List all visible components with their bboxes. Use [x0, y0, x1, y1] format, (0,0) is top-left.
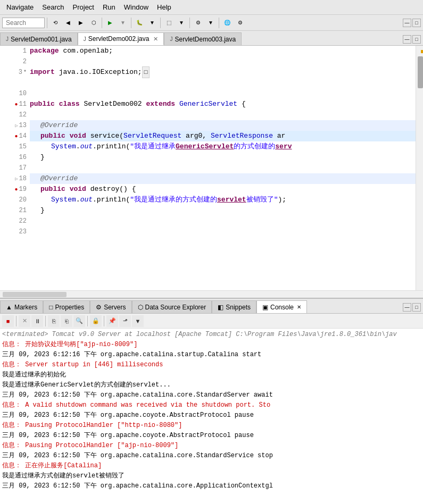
console-line-14: 我是通过继承方式创建的servlet被销毁了 — [2, 471, 421, 481]
menu-search[interactable]: Search — [38, 2, 68, 12]
breakpoint-icon-19[interactable]: ● — [15, 187, 18, 192]
panel-tabbar: ▲ Markers □ Properties ⚙ Servers ⬡ Data … — [0, 299, 423, 314]
folded-icon[interactable]: □ — [142, 66, 150, 78]
gutter-15: 15 — [0, 141, 28, 152]
code-line-3: import java.io.IOException;□ — [30, 67, 416, 78]
tab-close-btn[interactable]: ✕ — [153, 36, 158, 43]
console-more-btn[interactable]: ▼ — [132, 315, 144, 327]
console-tab-close[interactable]: ✕ — [297, 304, 301, 310]
toolbar-btn-run[interactable]: ▶ — [104, 17, 116, 29]
tab-label-3: ServletDemo003.java — [175, 36, 236, 43]
menu-window[interactable]: Window — [120, 2, 153, 12]
menubar: Navigate Search Project Run Window Help — [0, 0, 423, 15]
toolbar-btn-2[interactable]: ◀ — [62, 17, 74, 29]
toolbar-separator-5 — [189, 18, 190, 28]
scrollbar-thumb[interactable] — [418, 56, 423, 88]
line-num-20: 20 — [19, 196, 27, 204]
toolbar-btn-3[interactable]: ▶ — [75, 17, 87, 29]
toolbar-btn-4[interactable]: ⬡ — [88, 17, 99, 29]
panel-tab-console-label: Console — [270, 304, 294, 311]
gutter-10: 10 — [0, 88, 28, 99]
console-scroll-lock-btn[interactable]: 🔒 — [90, 315, 102, 327]
toolbar-btn-6[interactable]: ▼ — [176, 17, 187, 29]
panel-tab-properties[interactable]: □ Properties — [43, 300, 90, 313]
markers-icon: ▲ — [6, 304, 12, 311]
h-scrollbar-thumb[interactable] — [3, 292, 67, 297]
panel-win-controls: — □ — [403, 303, 423, 312]
menu-project[interactable]: Project — [69, 2, 98, 12]
panel-tab-datasource-label: Data Source Explorer — [145, 304, 206, 311]
toolbar-btn-run2[interactable]: ▼ — [117, 17, 129, 29]
panel-tab-markers[interactable]: ▲ Markers — [0, 300, 43, 313]
servers-icon: ⚙ — [96, 304, 102, 311]
panel-minimize-btn[interactable]: — — [403, 303, 411, 312]
java-file-icon-3: J — [170, 36, 172, 42]
console-pin-btn[interactable]: 📌 — [106, 315, 118, 327]
menu-help[interactable]: Help — [153, 2, 176, 12]
toolbar-btn-debug[interactable]: 🐛 — [134, 17, 145, 29]
kw-package: package — [30, 46, 59, 56]
line-num-2: 2 — [23, 58, 27, 65]
menu-navigate[interactable]: Navigate — [2, 2, 38, 12]
code-line-21: } — [30, 205, 416, 216]
search-input[interactable] — [2, 18, 45, 28]
console-line-7: 信息： A valid shutdown command was receive… — [2, 400, 421, 410]
breakpoint-icon-11[interactable]: ● — [15, 102, 18, 107]
tab-servletdemo001[interactable]: J ServletDemo001.java — [0, 32, 78, 45]
console-clear-btn[interactable]: ■ — [2, 315, 14, 327]
console-open-btn[interactable]: ⬏ — [119, 315, 131, 327]
fold-arrow-18[interactable]: ▷ — [15, 176, 18, 182]
console-pause-btn[interactable]: ⏸ — [31, 315, 43, 327]
console-tb-sep-3 — [87, 316, 88, 326]
panel-tab-snippets[interactable]: ◧ Snippets — [212, 300, 256, 313]
console-stop-btn[interactable]: ✕ — [19, 315, 30, 327]
editor-maximize-btn[interactable]: □ — [412, 35, 421, 44]
panel-tab-markers-label: Markers — [14, 304, 37, 311]
console-line-3: 信息： Server startup in [446] milliseconds — [2, 360, 421, 370]
minimize-btn[interactable]: — — [403, 19, 411, 27]
code-line-20: System.out.println("我是通过继承的方式创建的servlet被… — [30, 195, 416, 205]
console-line-6: 三月 09, 2023 6:12:50 下午 org.apache.catali… — [2, 390, 421, 400]
toolbar-btn-1[interactable]: ⟲ — [49, 17, 61, 29]
toolbar-btn-8[interactable]: ▼ — [205, 17, 217, 29]
toolbar-btn-7[interactable]: ⚙ — [192, 17, 204, 29]
editor-minimize-btn[interactable]: — — [403, 35, 411, 44]
toolbar-btn-5[interactable]: ⬚ — [163, 17, 175, 29]
toolbar-separator-4 — [160, 18, 161, 28]
panel-maximize-btn[interactable]: □ — [412, 303, 421, 312]
toolbar-btn-debug2[interactable]: ▼ — [146, 17, 158, 29]
console-filter-btn[interactable]: 🔍 — [73, 315, 85, 327]
console-output: <terminated> Tomcat v9.0 Server at local… — [0, 329, 423, 504]
menu-run[interactable]: Run — [98, 2, 120, 12]
toolbar-btn-10[interactable]: ⚙ — [234, 17, 246, 29]
panel-tab-datasource[interactable]: ⬡ Data Source Explorer — [132, 300, 212, 313]
editor-win-controls: — □ — [403, 35, 423, 44]
editor-area: J ServletDemo001.java J ServletDemo002.j… — [0, 31, 423, 298]
editor-vertical-scrollbar[interactable] — [416, 46, 423, 290]
console-tb-sep-1 — [16, 316, 16, 326]
tab-servletdemo003[interactable]: J ServletDemo003.java — [164, 32, 242, 45]
code-content[interactable]: package com.openlab; import java.io.IOEx… — [28, 46, 416, 290]
fold-icon-3[interactable]: * — [23, 70, 27, 75]
line-num-15: 15 — [19, 143, 27, 150]
console-line-0: <terminated> Tomcat v9.0 Server at local… — [2, 330, 421, 340]
console-line-11: 信息： Pausing ProtocolHandler ["ajp-nio-80… — [2, 441, 421, 451]
gutter-3: 3* — [0, 67, 28, 78]
breakpoint-icon-14[interactable]: ● — [15, 133, 18, 139]
fold-arrow-13[interactable]: ▷ — [15, 123, 18, 129]
panel-tab-servers[interactable]: ⚙ Servers — [90, 300, 131, 313]
panel-tab-properties-label: Properties — [55, 304, 84, 311]
tab-servletdemo002[interactable]: J ServletDemo002.java ✕ — [78, 32, 164, 45]
gutter-2: 2 — [0, 56, 28, 67]
toolbar-separator-6 — [219, 18, 219, 28]
console-copy-btn[interactable]: ⎘ — [48, 315, 60, 327]
toolbar-btn-9[interactable]: 🌐 — [221, 17, 233, 29]
maximize-btn[interactable]: □ — [412, 19, 421, 27]
panel-tab-console[interactable]: ▣ Console ✕ — [256, 300, 307, 313]
line-num-22: 22 — [19, 217, 27, 225]
editor-tabbar: J ServletDemo001.java J ServletDemo002.j… — [0, 31, 423, 46]
editor-horizontal-scrollbar[interactable] — [0, 290, 423, 298]
console-paste-btn[interactable]: ⎗ — [61, 315, 72, 327]
datasource-icon: ⬡ — [138, 304, 143, 311]
toolbar-separator-1 — [47, 18, 47, 28]
